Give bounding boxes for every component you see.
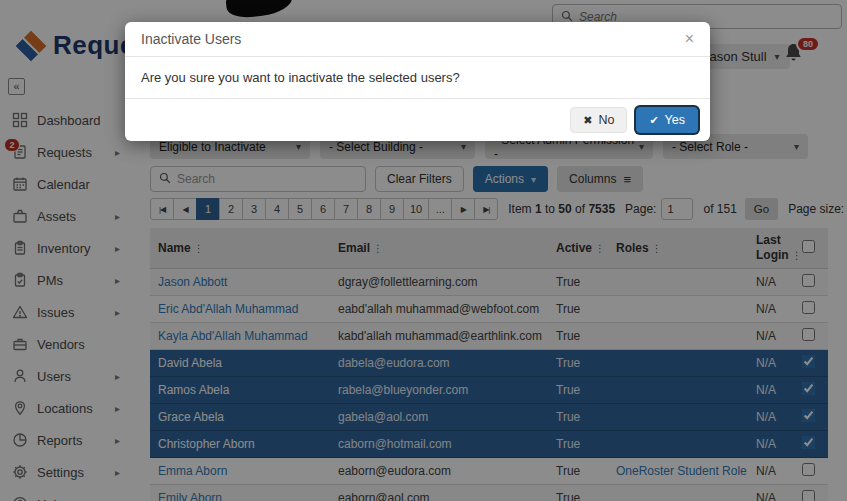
close-icon[interactable]: × bbox=[685, 31, 694, 47]
yes-button[interactable]: ✔ Yes bbox=[636, 107, 698, 133]
modal-footer: ✖ No ✔ Yes bbox=[125, 99, 710, 141]
check-icon: ✔ bbox=[649, 114, 658, 127]
modal-title: Inactivate Users bbox=[141, 31, 241, 47]
x-icon: ✖ bbox=[583, 114, 592, 127]
no-button[interactable]: ✖ No bbox=[570, 107, 627, 133]
modal-header: Inactivate Users × bbox=[125, 22, 710, 57]
inactivate-users-modal: Inactivate Users × Are you sure you want… bbox=[125, 22, 710, 141]
modal-body-text: Are you sure you want to inactivate the … bbox=[125, 57, 710, 99]
app-window: Reques Jason Stull ▾ 80 « Dashboard 2 Re… bbox=[0, 0, 847, 501]
